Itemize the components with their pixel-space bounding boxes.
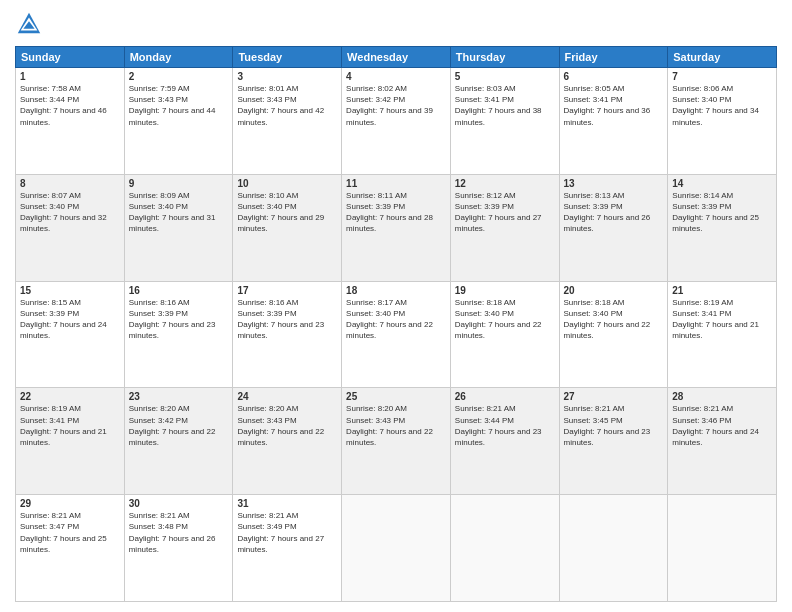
day-number: 4 bbox=[346, 71, 446, 82]
day-info: Sunrise: 8:15 AMSunset: 3:39 PMDaylight:… bbox=[20, 297, 120, 342]
day-number: 1 bbox=[20, 71, 120, 82]
calendar-table: SundayMondayTuesdayWednesdayThursdayFrid… bbox=[15, 46, 777, 602]
day-info: Sunrise: 8:13 AMSunset: 3:39 PMDaylight:… bbox=[564, 190, 664, 235]
day-info: Sunrise: 8:16 AMSunset: 3:39 PMDaylight:… bbox=[129, 297, 229, 342]
calendar-day-header: Friday bbox=[559, 47, 668, 68]
calendar-day-cell: 13Sunrise: 8:13 AMSunset: 3:39 PMDayligh… bbox=[559, 174, 668, 281]
day-info: Sunrise: 8:20 AMSunset: 3:43 PMDaylight:… bbox=[237, 403, 337, 448]
day-number: 6 bbox=[564, 71, 664, 82]
calendar-day-header: Saturday bbox=[668, 47, 777, 68]
day-info: Sunrise: 8:21 AMSunset: 3:46 PMDaylight:… bbox=[672, 403, 772, 448]
calendar-week-row: 15Sunrise: 8:15 AMSunset: 3:39 PMDayligh… bbox=[16, 281, 777, 388]
calendar-day-cell bbox=[668, 495, 777, 602]
day-info: Sunrise: 8:10 AMSunset: 3:40 PMDaylight:… bbox=[237, 190, 337, 235]
calendar-day-cell: 2Sunrise: 7:59 AMSunset: 3:43 PMDaylight… bbox=[124, 68, 233, 175]
day-info: Sunrise: 8:20 AMSunset: 3:43 PMDaylight:… bbox=[346, 403, 446, 448]
calendar-day-cell: 4Sunrise: 8:02 AMSunset: 3:42 PMDaylight… bbox=[342, 68, 451, 175]
calendar-day-cell: 28Sunrise: 8:21 AMSunset: 3:46 PMDayligh… bbox=[668, 388, 777, 495]
day-info: Sunrise: 8:06 AMSunset: 3:40 PMDaylight:… bbox=[672, 83, 772, 128]
day-number: 10 bbox=[237, 178, 337, 189]
day-number: 16 bbox=[129, 285, 229, 296]
day-number: 18 bbox=[346, 285, 446, 296]
page: SundayMondayTuesdayWednesdayThursdayFrid… bbox=[0, 0, 792, 612]
calendar-header-row: SundayMondayTuesdayWednesdayThursdayFrid… bbox=[16, 47, 777, 68]
calendar-day-cell bbox=[450, 495, 559, 602]
day-number: 21 bbox=[672, 285, 772, 296]
calendar-day-header: Tuesday bbox=[233, 47, 342, 68]
day-info: Sunrise: 8:12 AMSunset: 3:39 PMDaylight:… bbox=[455, 190, 555, 235]
day-number: 28 bbox=[672, 391, 772, 402]
calendar-day-cell: 7Sunrise: 8:06 AMSunset: 3:40 PMDaylight… bbox=[668, 68, 777, 175]
day-info: Sunrise: 8:21 AMSunset: 3:47 PMDaylight:… bbox=[20, 510, 120, 555]
calendar-day-cell: 10Sunrise: 8:10 AMSunset: 3:40 PMDayligh… bbox=[233, 174, 342, 281]
logo-icon bbox=[15, 10, 43, 38]
day-number: 8 bbox=[20, 178, 120, 189]
calendar-day-header: Wednesday bbox=[342, 47, 451, 68]
calendar-day-cell: 15Sunrise: 8:15 AMSunset: 3:39 PMDayligh… bbox=[16, 281, 125, 388]
calendar-day-cell bbox=[342, 495, 451, 602]
calendar-day-header: Monday bbox=[124, 47, 233, 68]
day-info: Sunrise: 8:21 AMSunset: 3:49 PMDaylight:… bbox=[237, 510, 337, 555]
day-info: Sunrise: 8:07 AMSunset: 3:40 PMDaylight:… bbox=[20, 190, 120, 235]
day-info: Sunrise: 8:18 AMSunset: 3:40 PMDaylight:… bbox=[455, 297, 555, 342]
day-info: Sunrise: 8:17 AMSunset: 3:40 PMDaylight:… bbox=[346, 297, 446, 342]
calendar-week-row: 1Sunrise: 7:58 AMSunset: 3:44 PMDaylight… bbox=[16, 68, 777, 175]
day-info: Sunrise: 8:19 AMSunset: 3:41 PMDaylight:… bbox=[20, 403, 120, 448]
calendar-day-cell: 1Sunrise: 7:58 AMSunset: 3:44 PMDaylight… bbox=[16, 68, 125, 175]
day-number: 13 bbox=[564, 178, 664, 189]
day-info: Sunrise: 7:59 AMSunset: 3:43 PMDaylight:… bbox=[129, 83, 229, 128]
calendar-day-cell: 18Sunrise: 8:17 AMSunset: 3:40 PMDayligh… bbox=[342, 281, 451, 388]
calendar-day-cell: 17Sunrise: 8:16 AMSunset: 3:39 PMDayligh… bbox=[233, 281, 342, 388]
day-info: Sunrise: 8:21 AMSunset: 3:45 PMDaylight:… bbox=[564, 403, 664, 448]
day-info: Sunrise: 8:09 AMSunset: 3:40 PMDaylight:… bbox=[129, 190, 229, 235]
calendar-day-cell: 24Sunrise: 8:20 AMSunset: 3:43 PMDayligh… bbox=[233, 388, 342, 495]
day-number: 30 bbox=[129, 498, 229, 509]
calendar-day-cell: 3Sunrise: 8:01 AMSunset: 3:43 PMDaylight… bbox=[233, 68, 342, 175]
calendar-day-header: Thursday bbox=[450, 47, 559, 68]
day-number: 26 bbox=[455, 391, 555, 402]
day-number: 11 bbox=[346, 178, 446, 189]
day-number: 22 bbox=[20, 391, 120, 402]
calendar-day-cell: 6Sunrise: 8:05 AMSunset: 3:41 PMDaylight… bbox=[559, 68, 668, 175]
calendar-week-row: 29Sunrise: 8:21 AMSunset: 3:47 PMDayligh… bbox=[16, 495, 777, 602]
day-number: 9 bbox=[129, 178, 229, 189]
day-number: 29 bbox=[20, 498, 120, 509]
calendar-day-cell: 21Sunrise: 8:19 AMSunset: 3:41 PMDayligh… bbox=[668, 281, 777, 388]
day-info: Sunrise: 8:21 AMSunset: 3:48 PMDaylight:… bbox=[129, 510, 229, 555]
calendar-day-cell: 26Sunrise: 8:21 AMSunset: 3:44 PMDayligh… bbox=[450, 388, 559, 495]
day-number: 15 bbox=[20, 285, 120, 296]
day-info: Sunrise: 8:11 AMSunset: 3:39 PMDaylight:… bbox=[346, 190, 446, 235]
calendar-day-cell: 11Sunrise: 8:11 AMSunset: 3:39 PMDayligh… bbox=[342, 174, 451, 281]
day-info: Sunrise: 8:03 AMSunset: 3:41 PMDaylight:… bbox=[455, 83, 555, 128]
calendar-day-cell: 16Sunrise: 8:16 AMSunset: 3:39 PMDayligh… bbox=[124, 281, 233, 388]
day-number: 7 bbox=[672, 71, 772, 82]
day-info: Sunrise: 8:05 AMSunset: 3:41 PMDaylight:… bbox=[564, 83, 664, 128]
calendar-day-cell: 29Sunrise: 8:21 AMSunset: 3:47 PMDayligh… bbox=[16, 495, 125, 602]
day-number: 5 bbox=[455, 71, 555, 82]
calendar-day-cell: 31Sunrise: 8:21 AMSunset: 3:49 PMDayligh… bbox=[233, 495, 342, 602]
calendar-day-cell: 30Sunrise: 8:21 AMSunset: 3:48 PMDayligh… bbox=[124, 495, 233, 602]
calendar-day-cell: 9Sunrise: 8:09 AMSunset: 3:40 PMDaylight… bbox=[124, 174, 233, 281]
day-info: Sunrise: 8:19 AMSunset: 3:41 PMDaylight:… bbox=[672, 297, 772, 342]
calendar-day-cell: 5Sunrise: 8:03 AMSunset: 3:41 PMDaylight… bbox=[450, 68, 559, 175]
calendar-week-row: 22Sunrise: 8:19 AMSunset: 3:41 PMDayligh… bbox=[16, 388, 777, 495]
calendar-day-cell: 27Sunrise: 8:21 AMSunset: 3:45 PMDayligh… bbox=[559, 388, 668, 495]
day-number: 24 bbox=[237, 391, 337, 402]
day-number: 17 bbox=[237, 285, 337, 296]
day-number: 12 bbox=[455, 178, 555, 189]
day-info: Sunrise: 7:58 AMSunset: 3:44 PMDaylight:… bbox=[20, 83, 120, 128]
day-number: 19 bbox=[455, 285, 555, 296]
day-info: Sunrise: 8:02 AMSunset: 3:42 PMDaylight:… bbox=[346, 83, 446, 128]
calendar-day-cell: 25Sunrise: 8:20 AMSunset: 3:43 PMDayligh… bbox=[342, 388, 451, 495]
calendar-day-cell: 23Sunrise: 8:20 AMSunset: 3:42 PMDayligh… bbox=[124, 388, 233, 495]
header bbox=[15, 10, 777, 38]
calendar-day-cell: 22Sunrise: 8:19 AMSunset: 3:41 PMDayligh… bbox=[16, 388, 125, 495]
day-number: 25 bbox=[346, 391, 446, 402]
calendar-week-row: 8Sunrise: 8:07 AMSunset: 3:40 PMDaylight… bbox=[16, 174, 777, 281]
day-number: 20 bbox=[564, 285, 664, 296]
logo bbox=[15, 10, 47, 38]
calendar-day-cell: 8Sunrise: 8:07 AMSunset: 3:40 PMDaylight… bbox=[16, 174, 125, 281]
calendar-day-cell: 12Sunrise: 8:12 AMSunset: 3:39 PMDayligh… bbox=[450, 174, 559, 281]
day-info: Sunrise: 8:01 AMSunset: 3:43 PMDaylight:… bbox=[237, 83, 337, 128]
day-info: Sunrise: 8:20 AMSunset: 3:42 PMDaylight:… bbox=[129, 403, 229, 448]
